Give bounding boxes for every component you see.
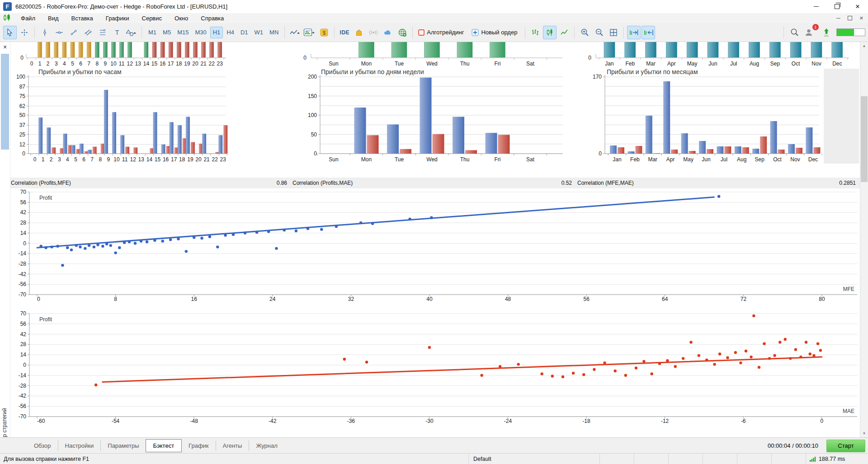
svg-text:Aug: Aug <box>750 61 759 67</box>
svg-text:22: 22 <box>212 156 218 163</box>
svg-text:1: 1 <box>38 61 42 67</box>
timeframe-button-W1[interactable]: W1 <box>252 27 266 38</box>
svg-text:0: 0 <box>30 61 33 67</box>
horizontal-line-tool-button[interactable] <box>52 26 66 39</box>
cloud-button[interactable] <box>381 26 395 39</box>
months-pnl-chart: Прибыли и убытки по месяцам0170JanFebMar… <box>593 68 822 163</box>
panel-close-icon[interactable]: ✕ <box>1 43 9 51</box>
menu-item-Сервис[interactable]: Сервис <box>136 14 169 23</box>
svg-text:13: 13 <box>138 156 145 163</box>
minimize-button[interactable] <box>806 0 826 13</box>
svg-text:64: 64 <box>662 296 668 302</box>
chart-line-type-button[interactable] <box>288 26 302 39</box>
svg-text:Jan: Jan <box>613 156 621 163</box>
new-order-button[interactable]: Новый ордер <box>469 26 522 39</box>
tab-обзор[interactable]: Обзор <box>27 441 58 451</box>
menu-item-Справка[interactable]: Справка <box>194 14 230 23</box>
vertical-scrollbar[interactable]: ▲ ▼ <box>860 42 868 437</box>
menu-item-Файл[interactable]: Файл <box>14 14 42 23</box>
svg-text:Dec: Dec <box>808 156 818 163</box>
timeframe-button-MN[interactable]: MN <box>267 27 281 38</box>
profile-cell[interactable]: Default <box>468 454 599 464</box>
tab-график[interactable]: График <box>181 441 215 451</box>
crosshair-tool-button[interactable] <box>18 26 31 39</box>
signals-button[interactable] <box>367 26 380 39</box>
connection-progress-bar <box>836 28 865 36</box>
tab-настройки[interactable]: Настройки <box>58 441 101 451</box>
trendline-tool-button[interactable] <box>67 26 80 39</box>
deposit-button[interactable]: $ <box>317 26 331 39</box>
zoom-in-icon <box>580 28 589 37</box>
tab-журнал[interactable]: Журнал <box>249 441 284 451</box>
svg-text:Sep: Sep <box>755 156 765 163</box>
correlation-label: Correlation (Profits,MAE) <box>292 180 353 186</box>
auto-scroll-button[interactable] <box>627 26 641 39</box>
zoom-out-button[interactable] <box>592 26 606 39</box>
svg-text:Wed: Wed <box>426 61 437 67</box>
menu-item-Окно[interactable]: Окно <box>168 14 194 23</box>
shapes-tool-button[interactable] <box>125 26 138 39</box>
notifications-button[interactable]: 1 <box>802 26 816 39</box>
timeframe-button-M30[interactable]: M30 <box>192 27 209 38</box>
mdi-minimize-icon[interactable] <box>836 18 840 19</box>
chart-shift-icon <box>643 28 653 37</box>
indicators-button[interactable] <box>303 26 316 39</box>
market-button[interactable] <box>352 26 366 39</box>
timeframe-button-M15[interactable]: M15 <box>175 27 191 38</box>
menu-item-Вставка[interactable]: Вставка <box>65 14 99 23</box>
svg-text:4: 4 <box>66 156 69 163</box>
svg-text:-30: -30 <box>425 418 434 424</box>
timeframe-button-M5[interactable]: M5 <box>160 27 174 38</box>
tile-windows-button[interactable] <box>607 26 620 39</box>
start-button[interactable]: Старт <box>826 440 865 452</box>
correlation-row: Correlation (Profits,MFE)0.86Correlation… <box>10 178 860 188</box>
svg-text:Прибыли и убытки по месяцам: Прибыли и убытки по месяцам <box>607 68 698 75</box>
algo-trading-button[interactable]: Алготрейдинг <box>416 26 468 39</box>
timeframe-button-H4[interactable]: H4 <box>224 27 237 38</box>
restore-button[interactable] <box>826 0 847 13</box>
svg-text:-14: -14 <box>19 250 27 257</box>
ide-button[interactable]: IDE <box>338 26 351 39</box>
tester-report-charts: 0012345678910111213141516171819202122230… <box>10 42 860 437</box>
scroll-up-icon[interactable]: ▲ <box>860 42 868 50</box>
tab-бэктест[interactable]: Бэктест <box>146 439 182 452</box>
level-up-button[interactable]: LVL <box>820 26 833 39</box>
tab-агенты[interactable]: Агенты <box>216 441 249 451</box>
timeframe-button-H1[interactable]: H1 <box>210 27 223 38</box>
svg-text:72: 72 <box>741 296 747 302</box>
svg-text:28: 28 <box>20 220 27 226</box>
equidistant-lines-tool-button[interactable] <box>96 26 109 39</box>
line-chart-mode-button[interactable] <box>557 26 571 39</box>
bar-chart-mode-button[interactable] <box>528 26 542 39</box>
search-button[interactable] <box>788 26 801 39</box>
candlestick-mode-button[interactable] <box>543 26 557 39</box>
mdi-restore-icon[interactable] <box>848 16 852 20</box>
close-button[interactable]: ✕ <box>847 0 868 13</box>
svg-text:-54: -54 <box>112 418 120 424</box>
scrollbar-thumb[interactable] <box>861 96 868 182</box>
connection-cell[interactable]: 188.77 ms <box>806 454 868 464</box>
panel-grab-handle[interactable] <box>1 54 9 150</box>
timeframe-button-M1[interactable]: M1 <box>146 27 159 38</box>
chart-shift-button[interactable] <box>642 26 655 39</box>
svg-text:-56: -56 <box>19 281 27 287</box>
timeframe-button-D1[interactable]: D1 <box>238 27 251 38</box>
channel-tool-button[interactable] <box>81 26 95 39</box>
svg-text:23: 23 <box>220 156 226 163</box>
scroll-down-icon[interactable]: ▼ <box>860 430 868 437</box>
zoom-out-icon <box>595 28 604 37</box>
zoom-in-button[interactable] <box>578 26 591 39</box>
tab-параметры[interactable]: Параметры <box>100 441 146 451</box>
tile-windows-icon <box>609 28 618 37</box>
mdi-close-icon[interactable]: ✕ <box>859 15 863 21</box>
vertical-line-tool-button[interactable] <box>38 26 52 39</box>
cursor-tool-button[interactable] <box>3 26 17 39</box>
svg-text:62: 62 <box>19 103 26 109</box>
menu-item-Вид[interactable]: Вид <box>42 14 65 23</box>
community-button[interactable] <box>396 26 409 39</box>
text-tool-button[interactable]: T <box>110 26 124 39</box>
svg-text:0: 0 <box>820 418 823 424</box>
line-type-icon <box>289 28 301 37</box>
svg-text:Tue: Tue <box>395 156 404 163</box>
menu-item-Графики[interactable]: Графики <box>99 14 136 23</box>
